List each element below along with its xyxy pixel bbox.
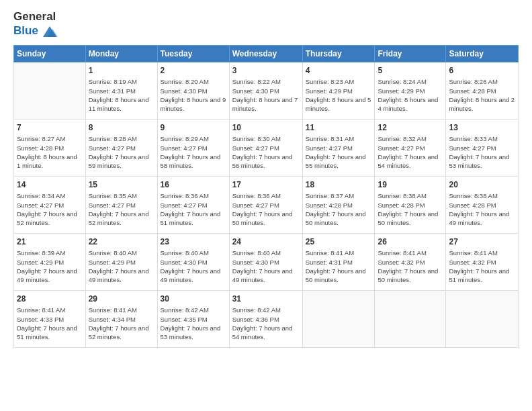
day-number: 18 (306, 179, 372, 191)
day-info: Sunrise: 8:40 AMSunset: 4:29 PMDaylight:… (89, 248, 154, 284)
logo-general: General (13, 11, 59, 24)
calendar-week-2: 14 Sunrise: 8:34 AMSunset: 4:27 PMDaylig… (14, 176, 519, 233)
day-info: Sunrise: 8:38 AMSunset: 4:28 PMDaylight:… (378, 191, 443, 227)
calendar-cell: 25 Sunrise: 8:41 AMSunset: 4:31 PMDaylig… (302, 233, 375, 290)
day-info: Sunrise: 8:36 AMSunset: 4:27 PMDaylight:… (161, 191, 226, 227)
logo: General Blue (13, 11, 59, 40)
calendar-cell: 2 Sunrise: 8:20 AMSunset: 4:30 PMDayligh… (157, 62, 229, 119)
day-info: Sunrise: 8:41 AMSunset: 4:32 PMDaylight:… (378, 248, 443, 284)
day-info: Sunrise: 8:42 AMSunset: 4:36 PMDaylight:… (232, 306, 300, 341)
calendar-week-1: 7 Sunrise: 8:27 AMSunset: 4:28 PMDayligh… (14, 119, 519, 176)
day-number: 6 (449, 65, 515, 77)
day-number: 7 (17, 122, 83, 134)
day-number: 10 (232, 122, 300, 134)
calendar-cell: 3 Sunrise: 8:22 AMSunset: 4:30 PMDayligh… (229, 62, 302, 119)
day-info: Sunrise: 8:28 AMSunset: 4:27 PMDaylight:… (89, 134, 154, 170)
page-header: General Blue (13, 11, 519, 40)
logo-blue: Blue (13, 24, 59, 40)
day-info: Sunrise: 8:19 AMSunset: 4:31 PMDaylight:… (89, 77, 154, 113)
day-number: 17 (232, 179, 300, 191)
day-info: Sunrise: 8:41 AMSunset: 4:33 PMDaylight:… (17, 306, 83, 341)
calendar-cell: 22 Sunrise: 8:40 AMSunset: 4:29 PMDaylig… (85, 233, 157, 290)
calendar-cell: 24 Sunrise: 8:40 AMSunset: 4:30 PMDaylig… (229, 233, 302, 290)
weekday-header-saturday: Saturday (446, 45, 519, 62)
day-info: Sunrise: 8:32 AMSunset: 4:27 PMDaylight:… (378, 134, 443, 170)
calendar-table: SundayMondayTuesdayWednesdayThursdayFrid… (13, 45, 519, 348)
calendar-cell: 16 Sunrise: 8:36 AMSunset: 4:27 PMDaylig… (157, 176, 229, 233)
calendar-cell: 11 Sunrise: 8:31 AMSunset: 4:27 PMDaylig… (302, 119, 375, 176)
calendar-week-4: 28 Sunrise: 8:41 AMSunset: 4:33 PMDaylig… (14, 290, 519, 347)
day-info: Sunrise: 8:30 AMSunset: 4:27 PMDaylight:… (232, 134, 300, 170)
calendar-cell (14, 62, 86, 119)
day-number: 30 (161, 293, 226, 305)
day-info: Sunrise: 8:42 AMSunset: 4:35 PMDaylight:… (161, 306, 226, 341)
calendar-cell (375, 290, 446, 347)
day-number: 16 (161, 179, 226, 191)
day-number: 3 (232, 65, 300, 77)
calendar-cell: 18 Sunrise: 8:37 AMSunset: 4:28 PMDaylig… (302, 176, 375, 233)
day-info: Sunrise: 8:24 AMSunset: 4:29 PMDaylight:… (378, 77, 443, 113)
day-info: Sunrise: 8:20 AMSunset: 4:30 PMDaylight:… (161, 77, 226, 113)
day-number: 1 (89, 65, 154, 77)
calendar-week-0: 1 Sunrise: 8:19 AMSunset: 4:31 PMDayligh… (14, 62, 519, 119)
calendar-cell: 5 Sunrise: 8:24 AMSunset: 4:29 PMDayligh… (375, 62, 446, 119)
calendar-cell: 23 Sunrise: 8:40 AMSunset: 4:30 PMDaylig… (157, 233, 229, 290)
day-info: Sunrise: 8:38 AMSunset: 4:28 PMDaylight:… (449, 191, 515, 227)
calendar-cell (446, 290, 519, 347)
calendar-cell: 9 Sunrise: 8:29 AMSunset: 4:27 PMDayligh… (157, 119, 229, 176)
calendar-cell (302, 290, 375, 347)
calendar-cell: 1 Sunrise: 8:19 AMSunset: 4:31 PMDayligh… (85, 62, 157, 119)
calendar-cell: 19 Sunrise: 8:38 AMSunset: 4:28 PMDaylig… (375, 176, 446, 233)
day-info: Sunrise: 8:41 AMSunset: 4:31 PMDaylight:… (306, 248, 372, 284)
logo-icon (40, 24, 59, 40)
day-number: 23 (161, 236, 226, 248)
day-info: Sunrise: 8:34 AMSunset: 4:27 PMDaylight:… (17, 191, 83, 227)
day-info: Sunrise: 8:22 AMSunset: 4:30 PMDaylight:… (232, 77, 300, 113)
calendar-cell: 31 Sunrise: 8:42 AMSunset: 4:36 PMDaylig… (229, 290, 302, 347)
day-number: 31 (232, 293, 300, 305)
weekday-header-row: SundayMondayTuesdayWednesdayThursdayFrid… (14, 45, 519, 62)
calendar-cell: 27 Sunrise: 8:41 AMSunset: 4:32 PMDaylig… (446, 233, 519, 290)
day-number: 11 (306, 122, 372, 134)
calendar-cell: 7 Sunrise: 8:27 AMSunset: 4:28 PMDayligh… (14, 119, 86, 176)
calendar-cell: 15 Sunrise: 8:35 AMSunset: 4:27 PMDaylig… (85, 176, 157, 233)
calendar-cell: 21 Sunrise: 8:39 AMSunset: 4:29 PMDaylig… (14, 233, 86, 290)
day-number: 15 (89, 179, 154, 191)
day-number: 22 (89, 236, 154, 248)
day-number: 20 (449, 179, 515, 191)
day-number: 13 (449, 122, 515, 134)
day-info: Sunrise: 8:37 AMSunset: 4:28 PMDaylight:… (306, 191, 372, 227)
calendar-cell: 26 Sunrise: 8:41 AMSunset: 4:32 PMDaylig… (375, 233, 446, 290)
calendar-week-3: 21 Sunrise: 8:39 AMSunset: 4:29 PMDaylig… (14, 233, 519, 290)
calendar-cell: 28 Sunrise: 8:41 AMSunset: 4:33 PMDaylig… (14, 290, 86, 347)
calendar-cell: 10 Sunrise: 8:30 AMSunset: 4:27 PMDaylig… (229, 119, 302, 176)
day-info: Sunrise: 8:40 AMSunset: 4:30 PMDaylight:… (232, 248, 300, 284)
day-number: 29 (89, 293, 154, 305)
day-number: 26 (378, 236, 443, 248)
day-info: Sunrise: 8:31 AMSunset: 4:27 PMDaylight:… (306, 134, 372, 170)
day-number: 24 (232, 236, 300, 248)
day-info: Sunrise: 8:36 AMSunset: 4:27 PMDaylight:… (232, 191, 300, 227)
day-info: Sunrise: 8:29 AMSunset: 4:27 PMDaylight:… (161, 134, 226, 170)
day-number: 21 (17, 236, 83, 248)
day-number: 5 (378, 65, 443, 77)
day-number: 9 (161, 122, 226, 134)
weekday-header-thursday: Thursday (302, 45, 375, 62)
day-info: Sunrise: 8:41 AMSunset: 4:34 PMDaylight:… (89, 306, 154, 341)
calendar-cell: 4 Sunrise: 8:23 AMSunset: 4:29 PMDayligh… (302, 62, 375, 119)
weekday-header-friday: Friday (375, 45, 446, 62)
day-info: Sunrise: 8:26 AMSunset: 4:28 PMDaylight:… (449, 77, 515, 113)
weekday-header-tuesday: Tuesday (157, 45, 229, 62)
day-info: Sunrise: 8:39 AMSunset: 4:29 PMDaylight:… (17, 248, 83, 284)
calendar-cell: 29 Sunrise: 8:41 AMSunset: 4:34 PMDaylig… (85, 290, 157, 347)
day-info: Sunrise: 8:33 AMSunset: 4:27 PMDaylight:… (449, 134, 515, 170)
day-number: 12 (378, 122, 443, 134)
day-number: 27 (449, 236, 515, 248)
calendar-cell: 20 Sunrise: 8:38 AMSunset: 4:28 PMDaylig… (446, 176, 519, 233)
day-info: Sunrise: 8:27 AMSunset: 4:28 PMDaylight:… (17, 134, 83, 170)
calendar-cell: 12 Sunrise: 8:32 AMSunset: 4:27 PMDaylig… (375, 119, 446, 176)
day-number: 25 (306, 236, 372, 248)
calendar-cell: 14 Sunrise: 8:34 AMSunset: 4:27 PMDaylig… (14, 176, 86, 233)
day-info: Sunrise: 8:40 AMSunset: 4:30 PMDaylight:… (161, 248, 226, 284)
day-info: Sunrise: 8:35 AMSunset: 4:27 PMDaylight:… (89, 191, 154, 227)
